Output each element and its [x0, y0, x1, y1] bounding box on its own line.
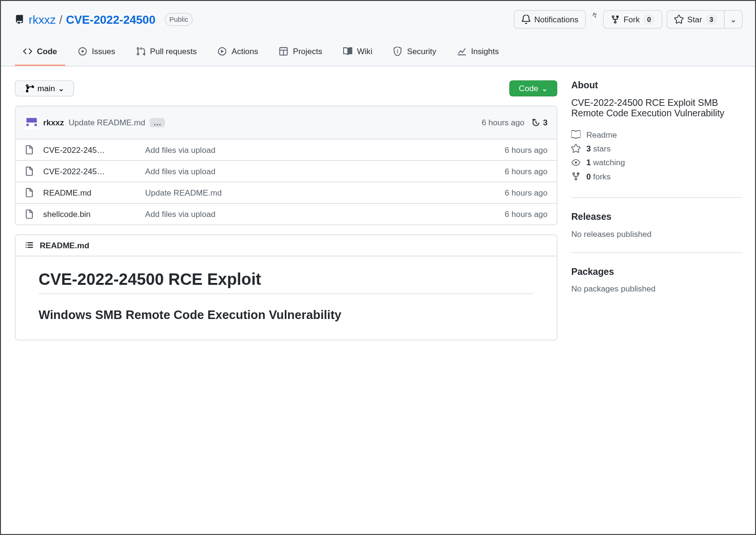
tab-pull-requests[interactable]: Pull requests [128, 38, 205, 66]
file-row[interactable]: CVE-2022-245… Add files via upload 6 hou… [16, 161, 557, 182]
commit-author[interactable]: rkxxz [43, 118, 64, 127]
svg-rect-10 [27, 124, 29, 126]
owner-link[interactable]: rkxxz [29, 13, 56, 26]
repo-tabs: Code Issues Pull requests Actions Projec… [15, 38, 743, 66]
caret-down-icon [58, 84, 64, 93]
repo-header: rkxxz / CVE-2022-24500 Public Notificati… [1, 1, 756, 66]
file-icon [25, 188, 34, 197]
forks-link[interactable]: 0 forks [571, 169, 743, 183]
tab-insights[interactable]: Insights [449, 38, 507, 66]
file-icon [25, 145, 34, 155]
about-section: About CVE-2022-24500 RCE Exploit SMB Rem… [571, 80, 743, 198]
fork-icon [611, 14, 620, 25]
readme-h1: CVE-2022-24500 RCE Exploit [38, 270, 533, 294]
commit-time: 6 hours ago [482, 118, 524, 127]
branch-select-button[interactable]: main [15, 80, 74, 96]
notifications-label: Notifications [534, 14, 579, 25]
about-description: CVE-2022-24500 RCE Exploit SMB Remote Co… [571, 98, 743, 119]
releases-section: Releases No releases published [571, 212, 743, 253]
file-row[interactable]: shellcode.bin Add files via upload 6 hou… [16, 204, 557, 225]
file-row[interactable]: README.md Update README.md 6 hours ago [16, 182, 557, 204]
file-name[interactable]: CVE-2022-245… [43, 167, 136, 176]
tab-security[interactable]: Security [385, 38, 444, 66]
svg-rect-11 [35, 124, 37, 126]
fork-count: 0 [643, 14, 654, 25]
commit-message[interactable]: Update README.md [69, 118, 145, 127]
packages-title[interactable]: Packages [571, 267, 743, 277]
file-icon [25, 167, 34, 176]
file-commit-msg[interactable]: Update README.md [136, 188, 504, 197]
star-count: 3 [706, 14, 717, 25]
tab-issues[interactable]: Issues [70, 38, 123, 66]
file-name[interactable]: CVE-2022-245… [43, 145, 136, 155]
commit-history-link[interactable]: 3 [532, 118, 548, 127]
star-menu-button[interactable] [724, 10, 743, 29]
tab-actions[interactable]: Actions [210, 38, 266, 66]
readme-box: README.md CVE-2022-24500 RCE Exploit Win… [15, 235, 557, 340]
fork-label: Fork [624, 14, 640, 25]
path-separator: / [59, 13, 63, 26]
svg-rect-9 [27, 118, 37, 122]
tab-projects[interactable]: Projects [271, 38, 330, 66]
star-icon [674, 14, 684, 25]
star-button[interactable]: Star 3 [667, 10, 725, 29]
file-commit-msg[interactable]: Add files via upload [136, 145, 504, 155]
notifications-button[interactable]: Notifications [514, 10, 586, 29]
file-commit-msg[interactable]: Add files via upload [136, 209, 504, 219]
fork-button[interactable]: Fork 0 [603, 10, 662, 29]
history-icon [532, 118, 541, 127]
svg-rect-7 [397, 51, 398, 53]
file-commit-msg[interactable]: Add files via upload [136, 167, 504, 176]
latest-commit-row[interactable]: rkxxz Update README.md … 6 hours ago 3 [16, 106, 557, 140]
avatar [25, 116, 38, 130]
releases-text: No releases published [571, 229, 743, 239]
repo-icon [15, 15, 24, 24]
branch-icon [25, 84, 34, 93]
file-icon [25, 209, 34, 219]
file-time: 6 hours ago [504, 167, 547, 176]
caret-down-icon [541, 84, 547, 93]
file-time: 6 hours ago [504, 188, 547, 197]
commit-ellipsis-button[interactable]: … [150, 118, 165, 127]
svg-point-6 [397, 49, 398, 50]
packages-text: No packages published [571, 284, 743, 294]
svg-point-12 [575, 161, 577, 164]
bell-icon [522, 14, 531, 25]
file-name[interactable]: README.md [43, 188, 136, 197]
tab-wiki[interactable]: Wiki [335, 38, 381, 66]
star-label: Star [687, 14, 702, 25]
stars-link[interactable]: 3 stars [571, 141, 743, 155]
tab-code[interactable]: Code [15, 38, 65, 66]
readme-h2: Windows SMB Remote Code Execution Vulner… [38, 308, 533, 326]
svg-point-1 [82, 50, 84, 53]
packages-section: Packages No packages published [571, 267, 743, 307]
repo-link[interactable]: CVE-2022-24500 [66, 13, 156, 26]
file-row[interactable]: CVE-2022-245… Add files via upload 6 hou… [16, 140, 557, 161]
releases-title[interactable]: Releases [571, 212, 743, 222]
file-time: 6 hours ago [504, 145, 547, 155]
file-time: 6 hours ago [504, 209, 547, 219]
list-icon[interactable] [25, 241, 34, 250]
caret-down-icon [730, 14, 736, 25]
about-title: About [571, 80, 743, 91]
file-name[interactable]: shellcode.bin [43, 209, 136, 219]
visibility-badge: Public [165, 13, 193, 26]
readme-filename[interactable]: README.md [40, 241, 89, 250]
readme-link[interactable]: Readme [571, 128, 743, 141]
watching-link[interactable]: 1 watching [571, 156, 743, 169]
file-listing: rkxxz Update README.md … 6 hours ago 3 C… [15, 106, 557, 225]
code-download-button[interactable]: Code [509, 80, 558, 96]
